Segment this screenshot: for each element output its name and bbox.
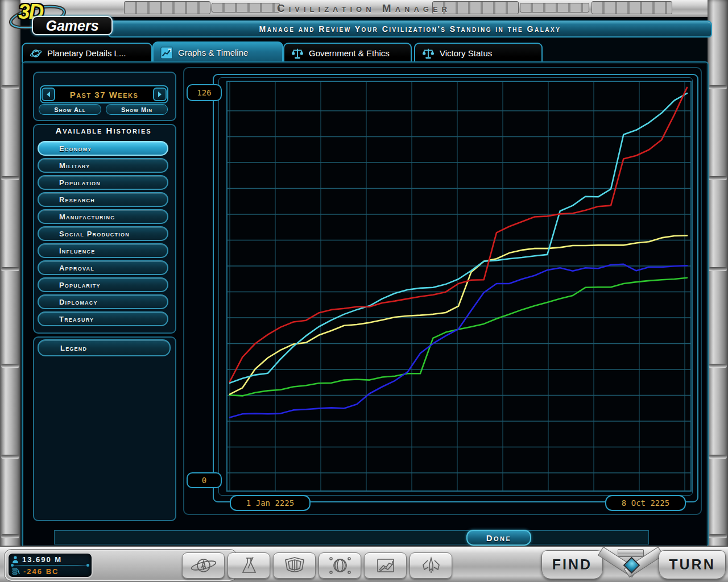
next-period-button[interactable] — [153, 88, 167, 101]
graph-icon — [160, 47, 173, 59]
tab-label: Government & Ethics — [309, 48, 390, 58]
show-all-button[interactable]: Show All — [39, 104, 101, 115]
history-label: Treasury — [39, 315, 94, 323]
planet-icon — [30, 47, 42, 60]
history-button-approval[interactable]: Approval — [38, 260, 168, 275]
history-label: Manufacturing — [39, 213, 115, 221]
history-button-popularity[interactable]: Popularity — [38, 277, 168, 292]
find-label: FIND — [552, 556, 592, 573]
right-frame-rail — [708, 0, 728, 582]
turn-indicator-widget — [598, 548, 662, 580]
population-icon — [12, 556, 19, 563]
domestic-policy-button[interactable] — [182, 552, 225, 579]
defense-button[interactable] — [273, 552, 316, 579]
history-button-list: EconomyMilitaryPopulationResearchManufac… — [38, 141, 168, 329]
left-arrow-icon — [45, 91, 52, 98]
history-label: Influence — [39, 247, 95, 255]
status-box: 13.690 M -246 BC — [7, 552, 93, 578]
logo-banner: Gamers — [32, 16, 113, 35]
x-axis-start-label: 1 Jan 2225 — [230, 495, 311, 511]
turn-label: TURN — [669, 556, 715, 573]
graphs-button[interactable] — [364, 552, 407, 579]
left-frame-rail — [0, 0, 20, 582]
graph-icon — [371, 556, 400, 575]
scales-icon — [291, 47, 304, 60]
done-label: Done — [486, 533, 512, 543]
shield-icon — [280, 556, 309, 575]
show-min-button[interactable]: Show Min — [106, 104, 168, 115]
flask-icon — [234, 556, 264, 575]
history-button-manufacturing[interactable]: Manufacturing — [38, 209, 168, 224]
history-label: Social Production — [39, 230, 130, 238]
history-button-economy[interactable]: Economy — [38, 141, 168, 156]
find-button[interactable]: FIND — [541, 550, 603, 579]
fighter-icon — [416, 556, 446, 575]
logo-gamers-text: Gamers — [46, 18, 98, 34]
treasury-icon — [12, 568, 20, 575]
history-button-diplomacy[interactable]: Diplomacy — [38, 294, 168, 309]
tab-label: Graphs & Timeline — [178, 48, 248, 57]
chevron-cap — [618, 549, 644, 557]
show-min-label: Show Min — [121, 106, 152, 113]
history-label: Diplomacy — [39, 298, 98, 306]
history-label: Research — [39, 196, 95, 204]
scales-icon — [422, 47, 435, 60]
treasury-value: -246 BC — [23, 567, 59, 576]
period-selector: Past 37 Weeks — [40, 85, 168, 103]
diplomacy-button[interactable] — [318, 552, 361, 579]
tab-label: Victory Status — [440, 48, 492, 58]
tab-label: Planetary Details L... — [47, 48, 126, 58]
history-button-population[interactable]: Population — [38, 175, 168, 190]
tab-government-ethics[interactable]: Government & Ethics — [283, 43, 412, 63]
y-axis-min-label: 0 — [187, 472, 222, 488]
population-value: 13.690 M — [22, 555, 62, 564]
legend-button[interactable]: Legend — [38, 339, 171, 356]
history-label: Military — [39, 161, 90, 170]
history-label: Economy — [39, 144, 92, 153]
history-button-military[interactable]: Military — [38, 158, 168, 173]
previous-period-button[interactable] — [42, 88, 55, 101]
done-button[interactable]: Done — [466, 530, 531, 546]
fleet-button[interactable] — [410, 552, 452, 579]
history-button-social-production[interactable]: Social Production — [38, 226, 168, 241]
subtitle-text: Manage and Review Your Civilization's St… — [259, 24, 561, 34]
tab-victory-status[interactable]: Victory Status — [414, 43, 543, 63]
3dgamers-logo: 3D Gamers — [5, 0, 113, 36]
tab-planetary-details[interactable]: Planetary Details L... — [22, 43, 152, 63]
right-arrow-icon — [156, 91, 163, 98]
histories-header: Available Histories — [33, 126, 174, 135]
history-button-influence[interactable]: Influence — [38, 243, 168, 258]
history-label: Approval — [39, 264, 94, 272]
chart-plot[interactable] — [226, 81, 692, 492]
x-axis-end-label: 8 Oct 2225 — [605, 495, 686, 511]
turn-button[interactable]: TURN — [659, 550, 726, 579]
done-bar — [54, 530, 649, 544]
history-button-treasury[interactable]: Treasury — [38, 311, 168, 326]
history-button-research[interactable]: Research — [38, 192, 168, 207]
y-axis-max-label: 126 — [187, 84, 222, 101]
sphere-icon — [325, 556, 355, 575]
subtitle-bar: Manage and Review Your Civilization's St… — [108, 20, 712, 38]
period-value: Past 37 Weeks — [70, 90, 139, 99]
legend-panel — [33, 336, 176, 521]
civilization-manager-window: Civilization Manager Manage and Review Y… — [0, 0, 728, 582]
planet-rocket-icon — [189, 556, 218, 575]
history-label: Population — [39, 178, 101, 187]
show-all-label: Show All — [54, 106, 85, 113]
tab-graphs-timeline[interactable]: Graphs & Timeline — [152, 41, 283, 63]
research-button[interactable] — [228, 552, 270, 579]
legend-label: Legend — [39, 344, 87, 352]
history-label: Popularity — [39, 281, 101, 289]
chart-plot-svg — [228, 82, 690, 490]
